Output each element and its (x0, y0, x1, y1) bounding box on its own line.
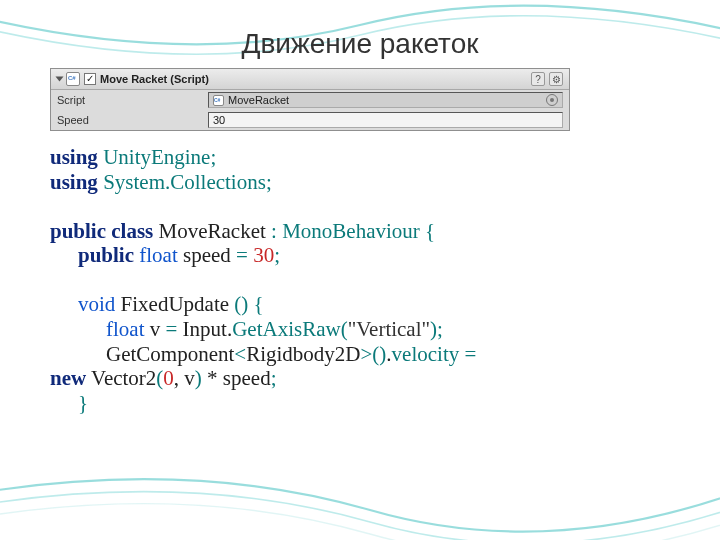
kw-public: public (50, 219, 106, 243)
lparen: ( (341, 317, 348, 341)
var-v: v (184, 366, 195, 390)
kw-float: float (139, 243, 177, 267)
page-title: Движение ракеток (50, 28, 670, 60)
equals: = (165, 317, 177, 341)
lbrace: { (254, 292, 264, 316)
parens: () (372, 342, 386, 366)
ns-systemcollections: System.Collections (103, 170, 266, 194)
equals: = (236, 243, 248, 267)
colon: : (271, 219, 277, 243)
field-label: Script (57, 94, 202, 106)
base-class: MonoBehaviour (282, 219, 420, 243)
kw-new: new (50, 366, 86, 390)
kw-void: void (78, 292, 115, 316)
comma: , (174, 366, 179, 390)
script-icon (66, 72, 80, 86)
literal-0: 0 (163, 366, 174, 390)
code-block: using UnityEngine; using System.Collecti… (50, 145, 670, 416)
script-object-field[interactable]: MoveRacket (208, 92, 563, 108)
rparen: ) (195, 366, 202, 390)
string-vertical: "Vertical" (348, 317, 430, 341)
inspector-header[interactable]: ✓ Move Racket (Script) ? ⚙ (51, 69, 569, 90)
inspector-row-speed: Speed 30 (51, 110, 569, 130)
kw-using: using (50, 145, 98, 169)
script-asset-icon (213, 95, 224, 106)
script-field-value: MoveRacket (228, 94, 289, 106)
prop-velocity: velocity (392, 342, 460, 366)
equals: = (465, 342, 477, 366)
lt: < (234, 342, 246, 366)
var-speed: speed (223, 366, 271, 390)
literal-30: 30 (253, 243, 274, 267)
semicolon: ; (274, 243, 280, 267)
semicolon: ; (271, 366, 277, 390)
inspector-row-script: Script MoveRacket (51, 90, 569, 110)
lbrace: { (425, 219, 435, 243)
method-getaxisraw: GetAxisRaw (232, 317, 341, 341)
help-icon[interactable]: ? (531, 72, 545, 86)
check-icon: ✓ (86, 74, 94, 84)
component-name: Move Racket (Script) (100, 73, 209, 85)
speed-input[interactable]: 30 (208, 112, 563, 128)
var-v: v (150, 317, 161, 341)
gear-icon[interactable]: ⚙ (549, 72, 563, 86)
type-vector2: Vector2 (91, 366, 156, 390)
object-picker-icon[interactable] (546, 94, 558, 106)
field-label: Speed (57, 114, 202, 126)
collapse-arrow-icon[interactable] (56, 77, 64, 82)
semicolon: ; (210, 145, 216, 169)
parens: () (234, 292, 248, 316)
enable-checkbox[interactable]: ✓ (84, 73, 96, 85)
rbrace: } (78, 391, 88, 415)
kw-public: public (78, 243, 134, 267)
semicolon: ; (437, 317, 443, 341)
kw-float: float (106, 317, 144, 341)
kw-using: using (50, 170, 98, 194)
ns-unityengine: UnityEngine (103, 145, 210, 169)
semicolon: ; (266, 170, 272, 194)
speed-field-value: 30 (213, 114, 225, 126)
kw-class: class (111, 219, 153, 243)
type-rigidbody2d: Rigidbody2D (246, 342, 360, 366)
class-input: Input (183, 317, 227, 341)
star: * (207, 366, 218, 390)
method-getcomponent: GetComponent (106, 342, 234, 366)
field-speed: speed (183, 243, 231, 267)
class-name: MoveRacket (159, 219, 266, 243)
inspector-panel: ✓ Move Racket (Script) ? ⚙ Script MoveRa… (50, 68, 570, 131)
gt: > (361, 342, 373, 366)
method-fixedupdate: FixedUpdate (121, 292, 229, 316)
